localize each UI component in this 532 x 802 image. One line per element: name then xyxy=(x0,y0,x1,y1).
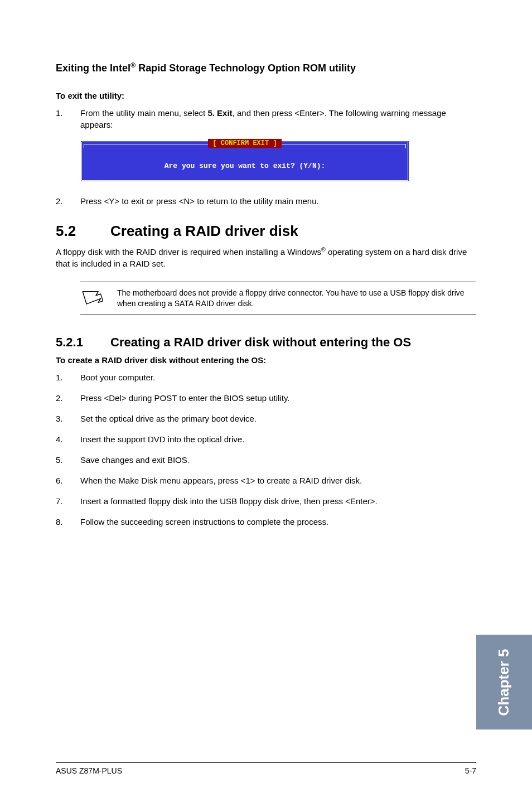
step-number: 2. xyxy=(56,392,80,404)
exit-step-2: 2. Press <Y> to exit or press <N> to ret… xyxy=(56,195,476,207)
list-item: 5.Save changes and exit BIOS. xyxy=(56,454,476,466)
section-title: Creating a RAID driver disk without ente… xyxy=(110,335,411,349)
list-item: 6.When the Make Disk menu appears, press… xyxy=(56,475,476,486)
chapter-tab: Chapter 5 xyxy=(476,635,532,729)
step-body: Press <Y> to exit or press <N> to return… xyxy=(80,195,476,207)
section-5-2-1-heading: 5.2.1Creating a RAID driver disk without… xyxy=(56,335,476,350)
text-frag: A floppy disk with the RAID driver is re… xyxy=(56,247,321,257)
section-title: Creating a RAID driver disk xyxy=(110,223,298,239)
step-body: Set the optical drive as the primary boo… xyxy=(80,413,476,424)
step-body: Boot your computer. xyxy=(80,371,476,383)
footer-page-number: 5-7 xyxy=(465,766,476,775)
registered-sup: ® xyxy=(321,246,326,253)
note-text: The motherboard does not provide a flopp… xyxy=(117,288,476,309)
section-number: 5.2 xyxy=(56,223,110,240)
step-body: Save changes and exit BIOS. xyxy=(80,454,476,466)
confirm-text: Are you sure you want to exit? (Y/N): xyxy=(88,162,402,170)
step-number: 6. xyxy=(56,475,80,486)
step-body: Insert the support DVD into the optical … xyxy=(80,433,476,445)
step-number: 3. xyxy=(56,413,80,424)
section-5-2-body: A floppy disk with the RAID driver is re… xyxy=(56,245,476,269)
registered-sup: ® xyxy=(130,61,136,69)
step-body: Press <Del> during POST to enter the BIO… xyxy=(80,392,476,404)
section-number: 5.2.1 xyxy=(56,335,110,350)
create-raid-steps: 1.Boot your computer. 2.Press <Del> duri… xyxy=(56,371,476,528)
chapter-tab-label: Chapter 5 xyxy=(496,649,513,716)
list-item: 3.Set the optical drive as the primary b… xyxy=(56,413,476,424)
confirm-exit-dialog: [ CONFIRM EXIT ] Are you sure you want t… xyxy=(80,141,476,182)
section-5-2-heading: 5.2Creating a RAID driver disk xyxy=(56,223,476,240)
heading-exit: Exiting the Intel® Rapid Storage Technol… xyxy=(56,61,476,74)
confirm-title: [ CONFIRM EXIT ] xyxy=(208,139,281,148)
list-item: 2.Press <Del> during POST to enter the B… xyxy=(56,392,476,404)
footer-product: ASUS Z87M-PLUS xyxy=(56,766,122,775)
step-number: 5. xyxy=(56,454,80,466)
pencil-icon xyxy=(80,288,104,309)
step-number: 1. xyxy=(56,371,80,383)
exit-step-1: 1. From the utility main menu, select 5.… xyxy=(56,107,476,131)
step-number: 7. xyxy=(56,495,80,507)
exit-utility-label: To exit the utility: xyxy=(56,91,476,100)
step-number: 1. xyxy=(56,107,80,131)
list-item: 1.Boot your computer. xyxy=(56,371,476,383)
text-bold: 5. Exit xyxy=(207,108,232,118)
list-item: 8.Follow the succeeding screen instructi… xyxy=(56,516,476,528)
step-body: When the Make Disk menu appears, press <… xyxy=(80,475,476,486)
step-body: Follow the succeeding screen instruction… xyxy=(80,516,476,528)
list-item: 4.Insert the support DVD into the optica… xyxy=(56,433,476,445)
step-number: 8. xyxy=(56,516,80,528)
list-item: 7.Insert a formatted floppy disk into th… xyxy=(56,495,476,507)
note-block: The motherboard does not provide a flopp… xyxy=(80,282,476,315)
page-footer: ASUS Z87M-PLUS 5-7 xyxy=(56,762,476,775)
create-raid-label: To create a RAID driver disk without ent… xyxy=(56,355,476,365)
step-body: Insert a formatted floppy disk into the … xyxy=(80,495,476,507)
step-number: 2. xyxy=(56,195,80,207)
text-frag: From the utility main menu, select xyxy=(80,108,207,118)
step-number: 4. xyxy=(56,433,80,445)
step-body: From the utility main menu, select 5. Ex… xyxy=(80,107,476,131)
